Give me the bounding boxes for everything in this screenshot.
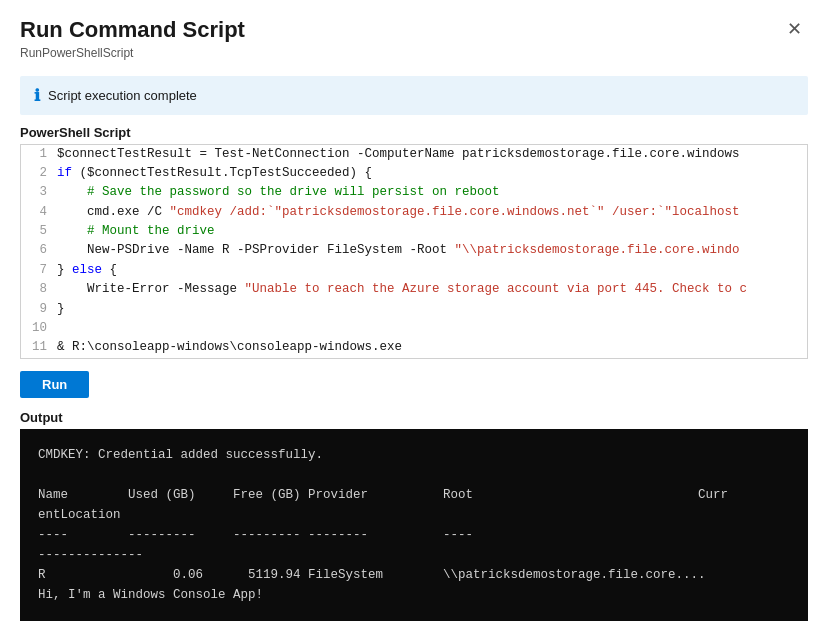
- banner-text: Script execution complete: [48, 88, 197, 103]
- output-container: CMDKEY: Credential added successfully. N…: [20, 429, 808, 621]
- code-token: if: [57, 166, 72, 180]
- code-container: 1$connectTestResult = Test-NetConnection…: [20, 144, 808, 359]
- line-content: # Mount the drive: [57, 222, 807, 241]
- output-line: Hi, I'm a Windows Console App!: [38, 585, 790, 605]
- output-line: entLocation: [38, 505, 790, 525]
- code-token: New-PSDrive -Name R -PSProvider FileSyst…: [57, 243, 455, 257]
- line-content: cmd.exe /C "cmdkey /add:`"patricksdemost…: [57, 203, 807, 222]
- code-token: cmd.exe /C: [57, 205, 170, 219]
- line-content: & R:\consoleapp-windows\consoleapp-windo…: [57, 338, 807, 357]
- powershell-section-label: PowerShell Script: [0, 125, 828, 140]
- output-section-label: Output: [0, 410, 828, 429]
- code-lines: 1$connectTestResult = Test-NetConnection…: [21, 145, 807, 358]
- dialog-subtitle: RunPowerShellScript: [20, 46, 781, 60]
- code-token: "cmdkey /add:`"patricksdemostorage.file.…: [170, 205, 740, 219]
- line-number: 11: [21, 338, 57, 357]
- code-token: else: [72, 263, 102, 277]
- code-token: # Mount the drive: [57, 224, 215, 238]
- line-content: if ($connectTestResult.TcpTestSucceeded)…: [57, 164, 807, 183]
- code-token: ($connectTestResult.TcpTestSucceeded) {: [72, 166, 372, 180]
- dialog-title: Run Command Script: [20, 16, 781, 45]
- code-token: Write-Error -Message: [57, 282, 245, 296]
- code-token: }: [57, 302, 65, 316]
- code-token: "Unable to reach the Azure storage accou…: [245, 282, 748, 296]
- line-number: 5: [21, 222, 57, 241]
- code-line: 10: [21, 319, 807, 338]
- line-content: } else {: [57, 261, 807, 280]
- close-button[interactable]: ✕: [781, 18, 808, 40]
- info-banner: ℹ Script execution complete: [20, 76, 808, 115]
- output-line: Name Used (GB) Free (GB) Provider Root C…: [38, 485, 790, 505]
- line-content: $connectTestResult = Test-NetConnection …: [57, 145, 807, 164]
- code-line: 9}: [21, 300, 807, 319]
- code-line: 6 New-PSDrive -Name R -PSProvider FileSy…: [21, 241, 807, 260]
- run-button[interactable]: Run: [20, 371, 89, 398]
- line-number: 8: [21, 280, 57, 299]
- line-content: [57, 319, 807, 338]
- code-token: # Save the password so the drive will pe…: [57, 185, 500, 199]
- line-number: 6: [21, 241, 57, 260]
- info-icon: ℹ: [34, 86, 40, 105]
- output-line: [38, 465, 790, 485]
- line-number: 2: [21, 164, 57, 183]
- dialog-header: Run Command Script RunPowerShellScript ✕: [0, 0, 828, 64]
- code-token: }: [57, 263, 72, 277]
- line-number: 9: [21, 300, 57, 319]
- output-lines: CMDKEY: Credential added successfully. N…: [38, 445, 790, 605]
- code-line: 7} else {: [21, 261, 807, 280]
- output-line: R 0.06 5119.94 FileSystem \\patricksdemo…: [38, 565, 790, 585]
- line-number: 3: [21, 183, 57, 202]
- code-line: 3 # Save the password so the drive will …: [21, 183, 807, 202]
- line-number: 7: [21, 261, 57, 280]
- line-content: }: [57, 300, 807, 319]
- line-content: Write-Error -Message "Unable to reach th…: [57, 280, 807, 299]
- line-content: # Save the password so the drive will pe…: [57, 183, 807, 202]
- output-line: ---- --------- --------- -------- ----: [38, 525, 790, 545]
- code-token: "\\patricksdemostorage.file.core.windo: [455, 243, 740, 257]
- title-block: Run Command Script RunPowerShellScript: [20, 16, 781, 60]
- code-line: 11& R:\consoleapp-windows\consoleapp-win…: [21, 338, 807, 357]
- code-token: {: [102, 263, 117, 277]
- run-button-area: Run: [0, 359, 828, 410]
- line-number: 1: [21, 145, 57, 164]
- code-line: 8 Write-Error -Message "Unable to reach …: [21, 280, 807, 299]
- code-token: $connectTestResult = Test-NetConnection …: [57, 147, 740, 161]
- dialog-container: Run Command Script RunPowerShellScript ✕…: [0, 0, 828, 633]
- line-content: New-PSDrive -Name R -PSProvider FileSyst…: [57, 241, 807, 260]
- output-line: CMDKEY: Credential added successfully.: [38, 445, 790, 465]
- output-line: --------------: [38, 545, 790, 565]
- code-line: 1$connectTestResult = Test-NetConnection…: [21, 145, 807, 164]
- code-line: 2if ($connectTestResult.TcpTestSucceeded…: [21, 164, 807, 183]
- code-token: & R:\consoleapp-windows\consoleapp-windo…: [57, 340, 402, 354]
- code-line: 5 # Mount the drive: [21, 222, 807, 241]
- code-scroll-area[interactable]: 1$connectTestResult = Test-NetConnection…: [21, 145, 807, 358]
- code-line: 4 cmd.exe /C "cmdkey /add:`"patricksdemo…: [21, 203, 807, 222]
- line-number: 10: [21, 319, 57, 338]
- line-number: 4: [21, 203, 57, 222]
